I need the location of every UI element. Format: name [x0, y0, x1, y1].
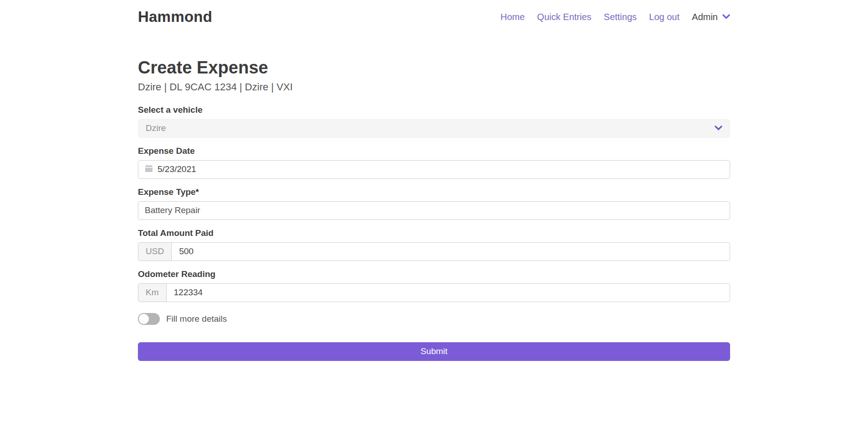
submit-button[interactable]: Submit [138, 342, 730, 361]
expense-date-group: Expense Date [138, 146, 730, 179]
fill-more-details-label: Fill more details [166, 314, 227, 324]
nav-home[interactable]: Home [500, 12, 525, 22]
top-nav-bar: Hammond Home Quick Entries Settings Log … [0, 0, 868, 34]
vehicle-select-value: Dzire [146, 123, 166, 133]
odometer-input[interactable] [167, 283, 731, 302]
vehicle-summary: Dzire | DL 9CAC 1234 | Dzire | VXI [138, 81, 730, 93]
currency-prefix: USD [138, 242, 172, 261]
more-details-row: Fill more details [138, 313, 730, 325]
expense-type-group: Expense Type* [138, 187, 730, 220]
vehicle-select-group: Select a vehicle Dzire [138, 105, 730, 138]
fill-more-details-toggle[interactable] [138, 313, 160, 325]
page-title: Create Expense [138, 57, 730, 78]
vehicle-select[interactable]: Dzire [138, 119, 730, 138]
total-amount-label: Total Amount Paid [138, 228, 730, 238]
chevron-down-icon [715, 124, 722, 132]
total-amount-group: Total Amount Paid USD [138, 228, 730, 261]
expense-type-label: Expense Type* [138, 187, 730, 197]
nav-quick-entries[interactable]: Quick Entries [537, 12, 591, 22]
nav-logout[interactable]: Log out [649, 12, 680, 22]
expense-date-label: Expense Date [138, 146, 730, 156]
expense-date-input[interactable] [158, 161, 723, 178]
expense-date-field[interactable] [138, 160, 730, 179]
chevron-down-icon [722, 13, 730, 21]
expense-type-input[interactable] [138, 201, 730, 220]
odometer-group: Odometer Reading Km [138, 269, 730, 302]
toggle-knob [139, 314, 149, 324]
user-menu-dropdown[interactable]: Admin [692, 12, 730, 22]
total-amount-input[interactable] [172, 242, 730, 261]
distance-unit-prefix: Km [138, 283, 167, 302]
calendar-icon [145, 164, 153, 174]
nav-settings[interactable]: Settings [604, 12, 637, 22]
user-menu-label: Admin [692, 12, 718, 22]
main-nav: Home Quick Entries Settings Log out Admi… [500, 12, 730, 22]
vehicle-select-label: Select a vehicle [138, 105, 730, 115]
odometer-label: Odometer Reading [138, 269, 730, 279]
brand-logo[interactable]: Hammond [138, 8, 212, 26]
